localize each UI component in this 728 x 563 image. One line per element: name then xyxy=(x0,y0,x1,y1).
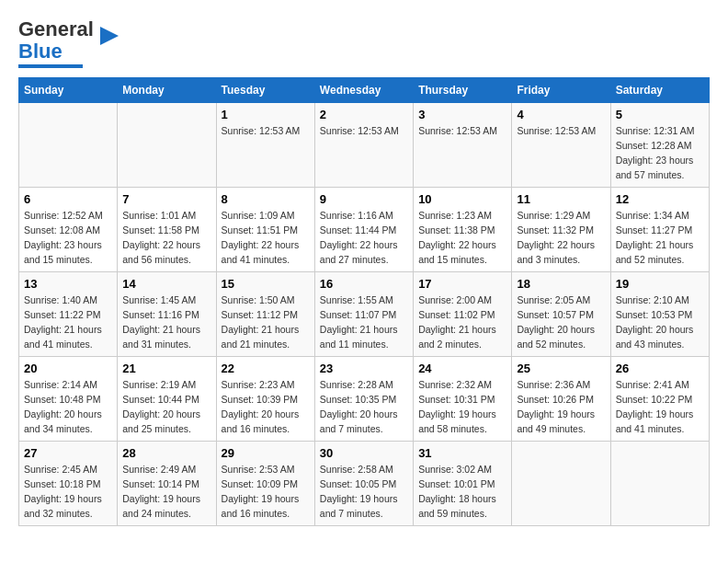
day-info: Sunrise: 2:00 AMSunset: 11:02 PMDaylight… xyxy=(418,293,506,351)
header-cell-wednesday: Wednesday xyxy=(314,78,413,103)
day-info: Sunrise: 12:53 AM xyxy=(320,124,408,139)
calendar-cell: 19Sunrise: 2:10 AMSunset: 10:53 PMDaylig… xyxy=(610,272,709,357)
day-number: 30 xyxy=(320,446,408,460)
day-info: Sunrise: 1:29 AMSunset: 11:32 PMDaylight… xyxy=(517,209,605,267)
header-row: SundayMondayTuesdayWednesdayThursdayFrid… xyxy=(19,78,710,103)
day-info: Sunrise: 2:10 AMSunset: 10:53 PMDaylight… xyxy=(616,293,704,351)
day-number: 9 xyxy=(320,192,408,206)
logo-text: GeneralBlue xyxy=(18,18,94,63)
calendar-cell: 31Sunrise: 3:02 AMSunset: 10:01 PMDaylig… xyxy=(414,442,512,526)
calendar-week-2: 13Sunrise: 1:40 AMSunset: 11:22 PMDaylig… xyxy=(19,272,710,357)
header-cell-tuesday: Tuesday xyxy=(216,78,314,103)
calendar-cell: 2Sunrise: 12:53 AM xyxy=(314,103,413,188)
day-info: Sunrise: 1:34 AMSunset: 11:27 PMDaylight… xyxy=(616,209,704,267)
day-number: 27 xyxy=(24,446,112,460)
calendar-cell: 29Sunrise: 2:53 AMSunset: 10:09 PMDaylig… xyxy=(216,442,314,526)
calendar-cell: 9Sunrise: 1:16 AMSunset: 11:44 PMDayligh… xyxy=(314,188,413,272)
day-info: Sunrise: 2:19 AMSunset: 10:44 PMDaylight… xyxy=(122,378,210,436)
day-number: 21 xyxy=(122,362,210,375)
calendar-cell: 7Sunrise: 1:01 AMSunset: 11:58 PMDayligh… xyxy=(118,188,216,272)
page-header: GeneralBlue xyxy=(18,18,710,68)
calendar-header: SundayMondayTuesdayWednesdayThursdayFrid… xyxy=(19,78,710,103)
day-info: Sunrise: 2:23 AMSunset: 10:39 PMDaylight… xyxy=(222,378,310,436)
day-number: 4 xyxy=(517,108,605,121)
day-number: 11 xyxy=(517,192,605,206)
day-number: 29 xyxy=(222,446,310,460)
day-number: 12 xyxy=(616,192,704,206)
calendar-body: 1Sunrise: 12:53 AM2Sunrise: 12:53 AM3Sun… xyxy=(19,103,710,526)
day-number: 16 xyxy=(320,277,408,291)
calendar-cell xyxy=(610,442,709,526)
header-cell-thursday: Thursday xyxy=(414,78,512,103)
calendar-cell: 18Sunrise: 2:05 AMSunset: 10:57 PMDaylig… xyxy=(512,272,610,357)
day-info: Sunrise: 1:01 AMSunset: 11:58 PMDaylight… xyxy=(122,209,210,267)
day-number: 2 xyxy=(320,108,408,121)
calendar-cell: 8Sunrise: 1:09 AMSunset: 11:51 PMDayligh… xyxy=(216,188,314,272)
calendar-cell: 6Sunrise: 12:52 AMSunset: 12:08 AMDaylig… xyxy=(19,188,118,272)
day-info: Sunrise: 2:53 AMSunset: 10:09 PMDaylight… xyxy=(222,463,310,521)
day-number: 28 xyxy=(122,446,210,460)
day-number: 26 xyxy=(616,362,704,375)
day-info: Sunrise: 2:36 AMSunset: 10:26 PMDaylight… xyxy=(517,378,605,436)
day-info: Sunrise: 2:32 AMSunset: 10:31 PMDaylight… xyxy=(418,378,506,436)
day-number: 18 xyxy=(517,277,605,291)
day-number: 14 xyxy=(122,277,210,291)
day-info: Sunrise: 1:40 AMSunset: 11:22 PMDaylight… xyxy=(24,293,112,351)
calendar-cell: 13Sunrise: 1:40 AMSunset: 11:22 PMDaylig… xyxy=(19,272,118,357)
day-number: 6 xyxy=(24,192,112,206)
day-number: 13 xyxy=(24,277,112,291)
day-number: 3 xyxy=(418,108,506,121)
calendar-cell: 15Sunrise: 1:50 AMSunset: 11:12 PMDaylig… xyxy=(216,272,314,357)
calendar-cell: 4Sunrise: 12:53 AM xyxy=(512,103,610,188)
calendar-cell xyxy=(512,442,610,526)
day-number: 7 xyxy=(122,192,210,206)
day-number: 5 xyxy=(616,108,704,121)
calendar-cell: 30Sunrise: 2:58 AMSunset: 10:05 PMDaylig… xyxy=(314,442,413,526)
day-info: Sunrise: 1:45 AMSunset: 11:16 PMDaylight… xyxy=(122,293,210,351)
calendar-cell: 14Sunrise: 1:45 AMSunset: 11:16 PMDaylig… xyxy=(118,272,216,357)
day-info: Sunrise: 12:53 AM xyxy=(222,124,310,139)
day-number: 25 xyxy=(517,362,605,375)
calendar-cell: 28Sunrise: 2:49 AMSunset: 10:14 PMDaylig… xyxy=(118,442,216,526)
calendar-cell: 1Sunrise: 12:53 AM xyxy=(216,103,314,188)
day-number: 17 xyxy=(418,277,506,291)
calendar-cell: 3Sunrise: 12:53 AM xyxy=(414,103,512,188)
day-number: 19 xyxy=(616,277,704,291)
calendar-cell: 5Sunrise: 12:31 AMSunset: 12:28 AMDaylig… xyxy=(610,103,709,188)
day-number: 24 xyxy=(418,362,506,375)
day-number: 15 xyxy=(222,277,310,291)
day-info: Sunrise: 2:41 AMSunset: 10:22 PMDaylight… xyxy=(616,378,704,436)
logo-icon xyxy=(96,22,123,50)
calendar-week-4: 27Sunrise: 2:45 AMSunset: 10:18 PMDaylig… xyxy=(19,442,710,526)
day-number: 23 xyxy=(320,362,408,375)
logo: GeneralBlue xyxy=(18,18,123,68)
calendar-cell: 20Sunrise: 2:14 AMSunset: 10:48 PMDaylig… xyxy=(19,357,118,442)
day-info: Sunrise: 1:16 AMSunset: 11:44 PMDaylight… xyxy=(320,209,408,267)
calendar-cell: 25Sunrise: 2:36 AMSunset: 10:26 PMDaylig… xyxy=(512,357,610,442)
day-info: Sunrise: 1:09 AMSunset: 11:51 PMDaylight… xyxy=(222,209,310,267)
logo-line xyxy=(18,64,83,68)
calendar-week-0: 1Sunrise: 12:53 AM2Sunrise: 12:53 AM3Sun… xyxy=(19,103,710,188)
day-number: 20 xyxy=(24,362,112,375)
day-number: 1 xyxy=(222,108,310,121)
day-info: Sunrise: 2:45 AMSunset: 10:18 PMDaylight… xyxy=(24,463,112,521)
calendar-cell: 17Sunrise: 2:00 AMSunset: 11:02 PMDaylig… xyxy=(414,272,512,357)
day-info: Sunrise: 12:31 AMSunset: 12:28 AMDayligh… xyxy=(616,124,704,182)
day-info: Sunrise: 12:53 AM xyxy=(418,124,506,139)
calendar-cell: 12Sunrise: 1:34 AMSunset: 11:27 PMDaylig… xyxy=(610,188,709,272)
calendar-cell: 27Sunrise: 2:45 AMSunset: 10:18 PMDaylig… xyxy=(19,442,118,526)
day-number: 10 xyxy=(418,192,506,206)
calendar-cell: 16Sunrise: 1:55 AMSunset: 11:07 PMDaylig… xyxy=(314,272,413,357)
day-info: Sunrise: 1:50 AMSunset: 11:12 PMDaylight… xyxy=(222,293,310,351)
header-cell-saturday: Saturday xyxy=(610,78,709,103)
calendar-cell: 10Sunrise: 1:23 AMSunset: 11:38 PMDaylig… xyxy=(414,188,512,272)
day-number: 31 xyxy=(418,446,506,460)
header-cell-friday: Friday xyxy=(512,78,610,103)
calendar-cell: 24Sunrise: 2:32 AMSunset: 10:31 PMDaylig… xyxy=(414,357,512,442)
logo-blue: Blue xyxy=(18,40,63,63)
day-info: Sunrise: 1:55 AMSunset: 11:07 PMDaylight… xyxy=(320,293,408,351)
svg-marker-0 xyxy=(100,27,119,45)
day-info: Sunrise: 12:52 AMSunset: 12:08 AMDayligh… xyxy=(24,209,112,267)
calendar-cell xyxy=(19,103,118,188)
calendar-cell: 23Sunrise: 2:28 AMSunset: 10:35 PMDaylig… xyxy=(314,357,413,442)
